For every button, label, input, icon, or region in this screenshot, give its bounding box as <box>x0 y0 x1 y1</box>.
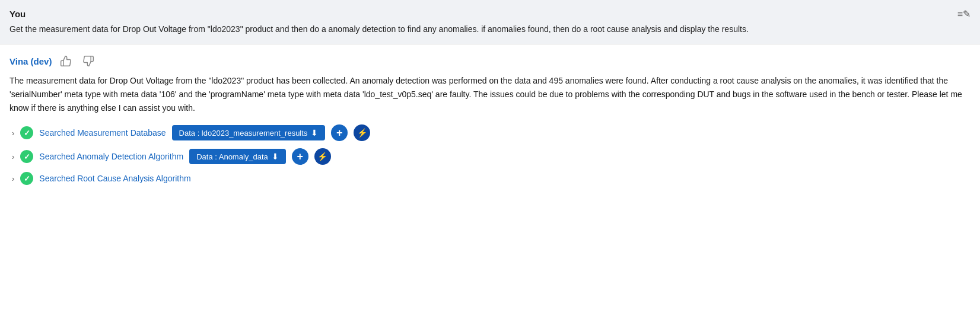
assistant-section: Vina (dev) The measurement data for Drop… <box>0 44 980 199</box>
user-header: You ≡✎ <box>9 8 971 20</box>
data-badge-1[interactable]: Data : Anomaly_data ⬇ <box>189 149 286 164</box>
plus-button-0[interactable] <box>331 124 348 141</box>
plus-button-1[interactable] <box>292 148 308 165</box>
bolt-icon-1 <box>317 151 327 162</box>
thumbs-down-button[interactable] <box>80 54 97 68</box>
data-badge-text-0: Data : ldo2023_measurement_results <box>179 129 308 138</box>
assistant-name: Vina (dev) <box>9 56 52 66</box>
tool-label-0[interactable]: Searched Measurement Database <box>39 128 166 138</box>
thumbs-up-button[interactable] <box>58 54 74 68</box>
check-circle-2 <box>20 172 33 185</box>
bolt-button-0[interactable] <box>354 124 370 141</box>
chevron-icon-0[interactable]: › <box>12 129 14 138</box>
user-label: You <box>9 9 26 19</box>
chevron-icon-1[interactable]: › <box>12 152 14 161</box>
tool-label-2[interactable]: Searched Root Cause Analysis Algorithm <box>39 174 190 183</box>
chevron-icon-2[interactable]: › <box>12 174 14 183</box>
tool-row-2: › Searched Root Cause Analysis Algorithm <box>9 172 971 185</box>
tool-rows: › Searched Measurement Database Data : l… <box>9 124 971 185</box>
data-badge-0[interactable]: Data : ldo2023_measurement_results ⬇ <box>172 125 326 140</box>
assistant-header: Vina (dev) <box>9 54 971 68</box>
user-message: Get the measurement data for Drop Out Vo… <box>9 23 971 36</box>
bolt-button-1[interactable] <box>314 148 331 165</box>
edit-icon[interactable]: ≡✎ <box>957 8 971 20</box>
plus-icon-1 <box>297 151 304 163</box>
tool-row-1: › Searched Anomaly Detection Algorithm D… <box>9 148 971 165</box>
assistant-message: The measurement data for Drop Out Voltag… <box>9 74 971 115</box>
check-circle-1 <box>20 150 33 163</box>
bolt-icon-0 <box>357 127 367 138</box>
user-section: You ≡✎ Get the measurement data for Drop… <box>0 0 980 44</box>
check-circle-0 <box>20 126 33 139</box>
plus-icon-0 <box>336 127 343 139</box>
data-badge-text-1: Data : Anomaly_data <box>196 152 268 161</box>
download-icon-1: ⬇ <box>272 152 279 161</box>
tool-label-1[interactable]: Searched Anomaly Detection Algorithm <box>39 152 183 161</box>
tool-row-0: › Searched Measurement Database Data : l… <box>9 124 971 141</box>
download-icon-0: ⬇ <box>311 128 318 138</box>
